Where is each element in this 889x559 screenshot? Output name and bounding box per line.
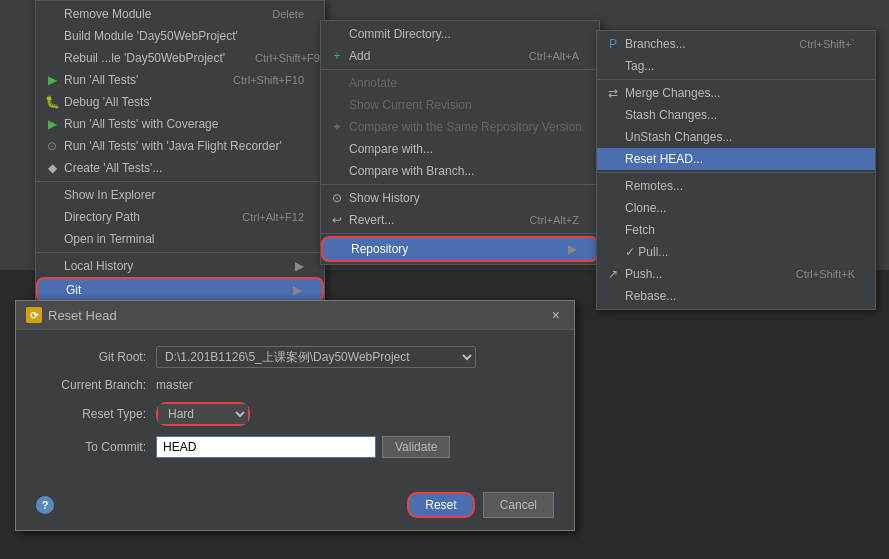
- help-icon[interactable]: ?: [36, 496, 54, 514]
- menu-pull[interactable]: ✓ Pull...: [597, 241, 875, 263]
- menu-item-label: Compare with Branch...: [349, 164, 474, 178]
- menu-stash-changes[interactable]: Stash Changes...: [597, 104, 875, 126]
- menu-item-label: Push...: [625, 267, 662, 281]
- menu-revert[interactable]: ↩ Revert... Ctrl+Alt+Z: [321, 209, 599, 231]
- git-icon: [46, 282, 62, 298]
- rebuild-icon: [44, 50, 60, 66]
- menu-commit-directory[interactable]: Commit Directory...: [321, 23, 599, 45]
- menu-unstash-changes[interactable]: UnStash Changes...: [597, 126, 875, 148]
- menu-item-label: Rebase...: [625, 289, 676, 303]
- menu-annotate[interactable]: Annotate: [321, 72, 599, 94]
- menu-debug-all-tests[interactable]: 🐛 Debug 'All Tests': [36, 91, 324, 113]
- main-context-menu: Remove Module Delete Build Module 'Day50…: [35, 0, 325, 306]
- menu-item-label: Compare with the Same Repository Version: [349, 120, 582, 134]
- add-icon: +: [329, 48, 345, 64]
- menu-item-label: Build Module 'Day50WebProject': [64, 29, 238, 43]
- arrow-icon: ▶: [293, 283, 302, 297]
- menu-rebase[interactable]: Rebase...: [597, 285, 875, 307]
- menu-reset-head[interactable]: Reset HEAD...: [597, 148, 875, 170]
- menu-open-terminal[interactable]: Open in Terminal: [36, 228, 324, 250]
- shortcut-label: Ctrl+Shift+`: [799, 38, 855, 50]
- menu-item-label: Annotate: [349, 76, 397, 90]
- fetch-icon: [605, 222, 621, 238]
- dialog-title-left: ⟳ Reset Head: [26, 307, 117, 323]
- reset-icon: [605, 151, 621, 167]
- menu-create-all-tests[interactable]: ◆ Create 'All Tests'...: [36, 157, 324, 179]
- menu-fetch[interactable]: Fetch: [597, 219, 875, 241]
- dialog-icon: ⟳: [26, 307, 42, 323]
- menu-item-label: Fetch: [625, 223, 655, 237]
- menu-remove-module[interactable]: Remove Module Delete: [36, 3, 324, 25]
- menu-repository[interactable]: Repository ▶: [321, 236, 599, 262]
- validate-button[interactable]: Validate: [382, 436, 450, 458]
- menu-branches[interactable]: P Branches... Ctrl+Shift+`: [597, 33, 875, 55]
- dialog-title: Reset Head: [48, 308, 117, 323]
- current-branch-label: Current Branch:: [36, 378, 156, 392]
- menu-item-label: Revert...: [349, 213, 394, 227]
- current-branch-row: Current Branch: master: [36, 378, 554, 392]
- reset-type-select[interactable]: Hard Soft Mixed Keep: [158, 404, 248, 424]
- revert-icon: ↩: [329, 212, 345, 228]
- create-icon: ◆: [44, 160, 60, 176]
- menu-run-with-recorder[interactable]: ⊙ Run 'All Tests' with 'Java Flight Reco…: [36, 135, 324, 157]
- run-icon: ▶: [44, 72, 60, 88]
- menu-remotes[interactable]: Remotes...: [597, 175, 875, 197]
- reset-button[interactable]: Reset: [407, 492, 474, 518]
- rebase-icon: [605, 288, 621, 304]
- menu-rebuild[interactable]: Rebuil ...le 'Day50WebProject' Ctrl+Shif…: [36, 47, 324, 69]
- menu-item-label: Git: [66, 283, 81, 297]
- menu-item-label: Create 'All Tests'...: [64, 161, 162, 175]
- to-commit-row: To Commit: Validate: [36, 436, 554, 458]
- current-branch-value: master: [156, 378, 554, 392]
- build-icon: [44, 28, 60, 44]
- shortcut-label: Ctrl+Shift+K: [796, 268, 855, 280]
- recorder-icon: ⊙: [44, 138, 60, 154]
- git-root-label: Git Root:: [36, 350, 156, 364]
- menu-directory-path[interactable]: Directory Path Ctrl+Alt+F12: [36, 206, 324, 228]
- menu-compare-with[interactable]: Compare with...: [321, 138, 599, 160]
- coverage-icon: ▶: [44, 116, 60, 132]
- dialog-close-button[interactable]: ×: [548, 307, 564, 323]
- show-history-icon: ⊙: [329, 190, 345, 206]
- footer-buttons: Reset Cancel: [407, 492, 554, 518]
- shortcut-label: Ctrl+Alt+Z: [529, 214, 579, 226]
- menu-show-in-explorer[interactable]: Show In Explorer: [36, 184, 324, 206]
- vcs-submenu: Commit Directory... + Add Ctrl+Alt+A Ann…: [320, 20, 600, 265]
- menu-merge-changes[interactable]: ⇄ Merge Changes...: [597, 82, 875, 104]
- menu-compare-branch[interactable]: Compare with Branch...: [321, 160, 599, 182]
- pull-icon: [605, 244, 621, 260]
- reset-type-row: Reset Type: Hard Soft Mixed Keep: [36, 402, 554, 426]
- remotes-icon: [605, 178, 621, 194]
- commit-icon: [329, 26, 345, 42]
- to-commit-input[interactable]: [156, 436, 376, 458]
- unstash-icon: [605, 129, 621, 145]
- stash-icon: [605, 107, 621, 123]
- menu-clone[interactable]: Clone...: [597, 197, 875, 219]
- cancel-button[interactable]: Cancel: [483, 492, 554, 518]
- menu-item-label: UnStash Changes...: [625, 130, 732, 144]
- menu-show-history[interactable]: ⊙ Show History: [321, 187, 599, 209]
- menu-item-label: Remotes...: [625, 179, 683, 193]
- menu-run-with-coverage[interactable]: ▶ Run 'All Tests' with Coverage: [36, 113, 324, 135]
- revision-icon: [329, 97, 345, 113]
- menu-local-history[interactable]: Local History ▶: [36, 255, 324, 277]
- menu-item-label: Clone...: [625, 201, 666, 215]
- menu-push[interactable]: ↗ Push... Ctrl+Shift+K: [597, 263, 875, 285]
- menu-tag[interactable]: Tag...: [597, 55, 875, 77]
- menu-item-label: Run 'All Tests' with 'Java Flight Record…: [64, 139, 282, 153]
- menu-build-module[interactable]: Build Module 'Day50WebProject': [36, 25, 324, 47]
- menu-item-label: Show In Explorer: [64, 188, 155, 202]
- shortcut-label: Ctrl+Alt+F12: [242, 211, 304, 223]
- terminal-icon: [44, 231, 60, 247]
- menu-item-label: Open in Terminal: [64, 232, 155, 246]
- menu-item-label: Compare with...: [349, 142, 433, 156]
- directory-icon: [44, 209, 60, 225]
- compare-icon: [329, 141, 345, 157]
- menu-item-label: Commit Directory...: [349, 27, 451, 41]
- shortcut-label: Ctrl+Shift+F9: [255, 52, 320, 64]
- history-icon: [44, 258, 60, 274]
- menu-add[interactable]: + Add Ctrl+Alt+A: [321, 45, 599, 67]
- menu-run-all-tests[interactable]: ▶ Run 'All Tests' Ctrl+Shift+F10: [36, 69, 324, 91]
- menu-item-label: Repository: [351, 242, 408, 256]
- git-root-select[interactable]: D:\1.201B1126\5_上课案例\Day50WebProject: [156, 346, 476, 368]
